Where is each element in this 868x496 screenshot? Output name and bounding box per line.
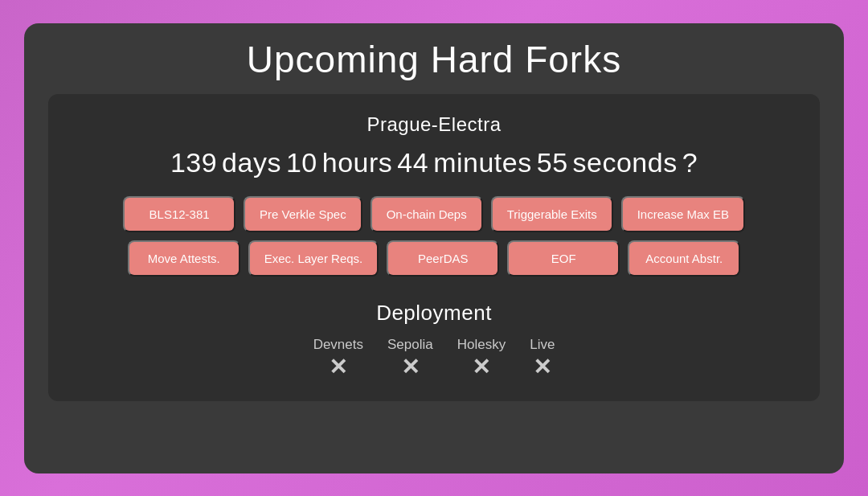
deployment-item-status: ✕ [472, 356, 490, 379]
deployment-item: Holesky✕ [457, 337, 506, 379]
tag-button[interactable]: Triggerable Exits [491, 196, 613, 232]
deployment-item: Live✕ [530, 337, 555, 379]
tag-button[interactable]: Pre Verkle Spec [244, 196, 362, 232]
countdown: 139 days 10 hours 44 minutes 55 seconds … [170, 147, 698, 178]
deployment-item-label: Devnets [313, 337, 363, 353]
countdown-question: ? [682, 147, 698, 178]
tag-button[interactable]: Exec. Layer Reqs. [248, 240, 379, 277]
days-number: 139 [170, 147, 217, 178]
deployment-item-label: Holesky [457, 337, 506, 353]
seconds-unit: seconds [573, 147, 678, 178]
deployment-item-label: Live [530, 337, 555, 353]
minutes-unit: minutes [433, 147, 532, 178]
deployment-title: Deployment [376, 301, 492, 326]
inner-card: Prague-Electra 139 days 10 hours 44 minu… [48, 94, 820, 401]
deployment-item-status: ✕ [533, 356, 551, 379]
tag-button[interactable]: Increase Max EB [621, 196, 745, 232]
fork-name: Prague-Electra [366, 113, 501, 136]
hours-number: 10 [286, 147, 317, 178]
tag-button[interactable]: On-chain Deps [371, 196, 483, 232]
tag-button[interactable]: PeerDAS [387, 240, 499, 277]
tag-button[interactable]: Account Abstr. [628, 240, 740, 277]
tags-row-2: Move Attests.Exec. Layer Reqs.PeerDASEOF… [128, 240, 741, 277]
deployment-grid: Devnets✕Sepolia✕Holesky✕Live✕ [313, 337, 555, 379]
tags-row-1: BLS12-381Pre Verkle SpecOn-chain DepsTri… [123, 196, 745, 232]
deployment-item-status: ✕ [329, 356, 347, 379]
outer-card: Upcoming Hard Forks Prague-Electra 139 d… [24, 23, 844, 473]
deployment-item-status: ✕ [401, 356, 420, 379]
tag-button[interactable]: EOF [507, 240, 620, 277]
deployment-item: Devnets✕ [313, 337, 363, 379]
minutes-number: 44 [397, 147, 428, 178]
days-unit: days [222, 147, 281, 178]
hours-unit: hours [322, 147, 393, 178]
tag-button[interactable]: BLS12-381 [123, 196, 235, 232]
deployment-item-label: Sepolia [387, 337, 433, 353]
deployment-item: Sepolia✕ [387, 337, 433, 379]
seconds-number: 55 [537, 147, 568, 178]
deployment-section: Deployment Devnets✕Sepolia✕Holesky✕Live✕ [71, 301, 797, 379]
tag-button[interactable]: Move Attests. [128, 240, 240, 277]
page-title: Upcoming Hard Forks [247, 38, 621, 81]
